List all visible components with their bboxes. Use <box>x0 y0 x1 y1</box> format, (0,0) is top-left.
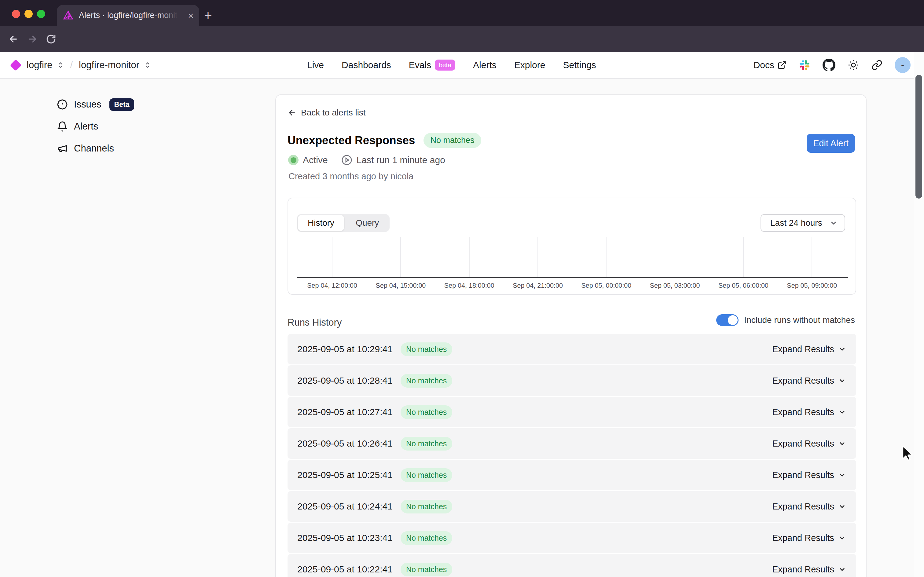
expand-results-button[interactable]: Expand Results <box>772 564 847 575</box>
run-timestamp: 2025-09-05 at 10:27:41 <box>297 407 393 417</box>
run-status-badge: No matches <box>401 468 452 482</box>
nav-item[interactable]: Live <box>307 60 324 70</box>
nav-item[interactable]: Alerts <box>473 60 497 70</box>
expand-results-button[interactable]: Expand Results <box>772 344 847 354</box>
nav-item-label: Settings <box>563 60 596 70</box>
run-timestamp: 2025-09-05 at 10:24:41 <box>297 501 393 512</box>
run-status-badge: No matches <box>401 374 452 388</box>
chevrons-up-down-icon[interactable] <box>144 62 151 68</box>
sidebar-item-label: Channels <box>74 143 114 154</box>
chevrons-up-down-icon[interactable] <box>57 62 64 68</box>
nav-item-badge: beta <box>435 60 455 71</box>
chevron-down-icon <box>838 439 847 448</box>
chart-tick-label: Sep 05, 00:00:00 <box>581 282 631 290</box>
expand-results-button[interactable]: Expand Results <box>772 407 847 417</box>
time-range-select[interactable]: Last 24 hours <box>761 214 845 232</box>
chart-gridline <box>537 237 538 277</box>
traffic-light-zoom[interactable] <box>37 10 45 18</box>
last-run-status: Last run 1 minute ago <box>341 155 445 166</box>
expand-results-label: Expand Results <box>772 376 834 386</box>
include-runs-toggle[interactable] <box>716 314 739 326</box>
back-to-alerts-link[interactable]: Back to alerts list <box>287 108 366 118</box>
org-switcher[interactable]: logfire <box>27 60 52 71</box>
expand-results-label: Expand Results <box>772 470 834 480</box>
expand-results-label: Expand Results <box>772 564 834 575</box>
chart-tick: Sep 05, 03:00:00 <box>640 237 709 290</box>
history-query-tabs: History Query <box>297 214 390 232</box>
nav-item[interactable]: Dashboards <box>342 60 391 70</box>
page-scrollbar-thumb[interactable] <box>916 75 922 198</box>
logfire-favicon <box>62 10 74 21</box>
tab-query[interactable]: Query <box>346 215 389 231</box>
sidebar-item-alerts[interactable]: Alerts <box>57 119 134 134</box>
run-timestamp: 2025-09-05 at 10:29:41 <box>297 344 393 354</box>
badge-alert-icon <box>57 99 68 110</box>
expand-results-label: Expand Results <box>772 501 834 512</box>
forward-icon[interactable] <box>27 34 38 45</box>
chevron-down-icon <box>838 376 847 385</box>
chart-tick: Sep 05, 06:00:00 <box>709 237 778 290</box>
arrow-left-icon <box>287 108 297 117</box>
expand-results-label: Expand Results <box>772 533 834 543</box>
nav-item-label: Alerts <box>473 60 497 70</box>
theme-sun-icon[interactable] <box>848 59 859 71</box>
sidebar-item-issues[interactable]: Issues Beta <box>57 97 134 113</box>
run-status-badge: No matches <box>401 342 452 356</box>
expand-results-button[interactable]: Expand Results <box>772 501 847 512</box>
play-circle-icon <box>341 155 352 166</box>
expand-results-button[interactable]: Expand Results <box>772 470 847 480</box>
reload-icon[interactable] <box>46 34 56 44</box>
share-link-icon[interactable] <box>871 60 882 71</box>
new-tab-button[interactable]: + <box>204 8 212 22</box>
alert-detail-card: Back to alerts list Unexpected Responses… <box>275 94 866 577</box>
traffic-light-close[interactable] <box>12 10 20 18</box>
chart-tick: Sep 05, 09:00:00 <box>778 237 846 290</box>
chart-gridline <box>811 237 812 277</box>
expand-results-button[interactable]: Expand Results <box>772 376 847 386</box>
sidebar-item-channels[interactable]: Channels <box>57 140 134 156</box>
page-scrollbar-track[interactable] <box>914 52 924 577</box>
chart-tick-label: Sep 05, 03:00:00 <box>650 282 700 290</box>
active-status: Active <box>288 155 328 165</box>
run-timestamp: 2025-09-05 at 10:25:41 <box>297 470 393 480</box>
chevron-down-icon <box>829 219 838 227</box>
back-icon[interactable] <box>8 34 19 45</box>
chart-tick-label: Sep 04, 18:00:00 <box>444 282 494 290</box>
chart-tick-label: Sep 05, 09:00:00 <box>787 282 837 290</box>
edit-alert-button[interactable]: Edit Alert <box>807 134 855 153</box>
nav-item[interactable]: Settings <box>563 60 596 70</box>
user-avatar[interactable]: - <box>895 57 911 73</box>
nav-item[interactable]: Evals beta <box>409 60 455 71</box>
run-timestamp: 2025-09-05 at 10:28:41 <box>297 376 393 386</box>
run-timestamp: 2025-09-05 at 10:26:41 <box>297 438 393 449</box>
expand-results-button[interactable]: Expand Results <box>772 533 847 543</box>
slack-icon[interactable] <box>799 59 810 71</box>
chart-gridline <box>400 237 401 277</box>
tab-close-icon[interactable]: × <box>188 11 194 21</box>
run-status-badge: No matches <box>401 405 452 419</box>
run-row: 2025-09-05 at 10:27:41 No matches Expand… <box>287 397 856 427</box>
traffic-light-minimize[interactable] <box>24 10 33 18</box>
chart-tick-label: Sep 05, 06:00:00 <box>718 282 768 290</box>
expand-results-button[interactable]: Expand Results <box>772 438 847 449</box>
sidebar-beta-badge: Beta <box>110 98 134 111</box>
browser-tab[interactable]: Alerts · logfire/logfire-monitor × <box>57 5 199 26</box>
nav-item-label: Live <box>307 60 324 70</box>
expand-results-label: Expand Results <box>772 344 834 354</box>
run-status-badge: No matches <box>401 531 452 545</box>
tab-title-fade <box>160 5 178 26</box>
project-switcher[interactable]: logfire-monitor <box>79 60 139 71</box>
run-timestamp: 2025-09-05 at 10:23:41 <box>297 533 393 543</box>
run-row: 2025-09-05 at 10:24:41 No matches Expand… <box>287 491 856 522</box>
nav-item[interactable]: Explore <box>514 60 545 70</box>
github-icon[interactable] <box>822 59 835 71</box>
docs-link[interactable]: Docs <box>753 60 787 70</box>
run-row: 2025-09-05 at 10:23:41 No matches Expand… <box>287 523 856 553</box>
run-status-badge: No matches <box>401 562 452 576</box>
active-label: Active <box>303 155 328 165</box>
chevron-down-icon <box>838 502 847 511</box>
chart-tick: Sep 04, 12:00:00 <box>298 237 366 290</box>
app-header: logfire / logfire-monitor Live Dashboard… <box>0 52 924 79</box>
include-runs-toggle-label: Include runs without matches <box>744 315 855 325</box>
tab-history[interactable]: History <box>298 215 344 231</box>
